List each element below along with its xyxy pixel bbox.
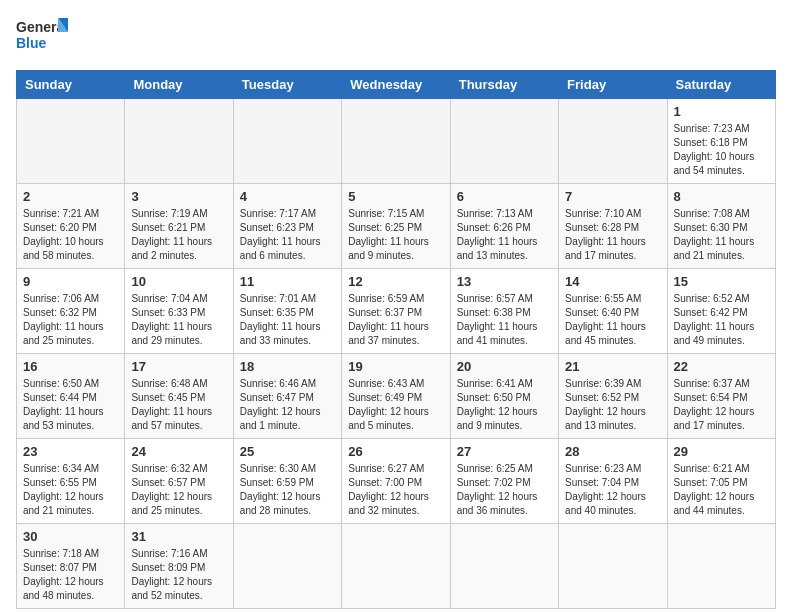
day-info: Sunrise: 7:23 AM Sunset: 6:18 PM Dayligh… <box>674 122 769 178</box>
calendar-cell: 24Sunrise: 6:32 AM Sunset: 6:57 PM Dayli… <box>125 439 233 524</box>
calendar-cell: 1Sunrise: 7:23 AM Sunset: 6:18 PM Daylig… <box>667 99 775 184</box>
day-info: Sunrise: 7:01 AM Sunset: 6:35 PM Dayligh… <box>240 292 335 348</box>
day-number: 23 <box>23 444 118 459</box>
day-number: 25 <box>240 444 335 459</box>
day-number: 5 <box>348 189 443 204</box>
day-info: Sunrise: 6:50 AM Sunset: 6:44 PM Dayligh… <box>23 377 118 433</box>
week-row-3: 9Sunrise: 7:06 AM Sunset: 6:32 PM Daylig… <box>17 269 776 354</box>
day-number: 31 <box>131 529 226 544</box>
day-info: Sunrise: 7:15 AM Sunset: 6:25 PM Dayligh… <box>348 207 443 263</box>
day-number: 9 <box>23 274 118 289</box>
day-number: 13 <box>457 274 552 289</box>
week-row-5: 23Sunrise: 6:34 AM Sunset: 6:55 PM Dayli… <box>17 439 776 524</box>
calendar-cell <box>342 99 450 184</box>
day-number: 3 <box>131 189 226 204</box>
day-number: 8 <box>674 189 769 204</box>
day-number: 26 <box>348 444 443 459</box>
day-number: 14 <box>565 274 660 289</box>
calendar-cell <box>450 524 558 609</box>
header-day-thursday: Thursday <box>450 71 558 99</box>
calendar-cell <box>342 524 450 609</box>
calendar-cell <box>125 99 233 184</box>
calendar-cell: 27Sunrise: 6:25 AM Sunset: 7:02 PM Dayli… <box>450 439 558 524</box>
day-info: Sunrise: 7:19 AM Sunset: 6:21 PM Dayligh… <box>131 207 226 263</box>
day-number: 20 <box>457 359 552 374</box>
calendar-cell: 9Sunrise: 7:06 AM Sunset: 6:32 PM Daylig… <box>17 269 125 354</box>
day-info: Sunrise: 6:57 AM Sunset: 6:38 PM Dayligh… <box>457 292 552 348</box>
day-info: Sunrise: 7:21 AM Sunset: 6:20 PM Dayligh… <box>23 207 118 263</box>
svg-text:Blue: Blue <box>16 35 47 51</box>
calendar-cell: 23Sunrise: 6:34 AM Sunset: 6:55 PM Dayli… <box>17 439 125 524</box>
calendar-cell <box>559 99 667 184</box>
calendar-cell: 14Sunrise: 6:55 AM Sunset: 6:40 PM Dayli… <box>559 269 667 354</box>
header: GeneralBlue <box>16 16 776 58</box>
day-number: 22 <box>674 359 769 374</box>
calendar-cell: 15Sunrise: 6:52 AM Sunset: 6:42 PM Dayli… <box>667 269 775 354</box>
day-number: 4 <box>240 189 335 204</box>
day-number: 19 <box>348 359 443 374</box>
header-day-monday: Monday <box>125 71 233 99</box>
day-info: Sunrise: 6:52 AM Sunset: 6:42 PM Dayligh… <box>674 292 769 348</box>
day-info: Sunrise: 7:04 AM Sunset: 6:33 PM Dayligh… <box>131 292 226 348</box>
day-number: 1 <box>674 104 769 119</box>
day-number: 18 <box>240 359 335 374</box>
header-day-tuesday: Tuesday <box>233 71 341 99</box>
week-row-6: 30Sunrise: 7:18 AM Sunset: 8:07 PM Dayli… <box>17 524 776 609</box>
calendar-body: 1Sunrise: 7:23 AM Sunset: 6:18 PM Daylig… <box>17 99 776 609</box>
header-day-wednesday: Wednesday <box>342 71 450 99</box>
calendar-cell: 7Sunrise: 7:10 AM Sunset: 6:28 PM Daylig… <box>559 184 667 269</box>
calendar-cell: 13Sunrise: 6:57 AM Sunset: 6:38 PM Dayli… <box>450 269 558 354</box>
calendar-cell: 20Sunrise: 6:41 AM Sunset: 6:50 PM Dayli… <box>450 354 558 439</box>
day-info: Sunrise: 6:43 AM Sunset: 6:49 PM Dayligh… <box>348 377 443 433</box>
calendar-cell: 6Sunrise: 7:13 AM Sunset: 6:26 PM Daylig… <box>450 184 558 269</box>
day-number: 27 <box>457 444 552 459</box>
calendar-cell: 5Sunrise: 7:15 AM Sunset: 6:25 PM Daylig… <box>342 184 450 269</box>
calendar-cell: 21Sunrise: 6:39 AM Sunset: 6:52 PM Dayli… <box>559 354 667 439</box>
day-number: 15 <box>674 274 769 289</box>
day-info: Sunrise: 6:41 AM Sunset: 6:50 PM Dayligh… <box>457 377 552 433</box>
calendar-cell: 3Sunrise: 7:19 AM Sunset: 6:21 PM Daylig… <box>125 184 233 269</box>
logo-svg: GeneralBlue <box>16 16 68 58</box>
calendar-cell <box>233 524 341 609</box>
calendar-header: SundayMondayTuesdayWednesdayThursdayFrid… <box>17 71 776 99</box>
day-number: 16 <box>23 359 118 374</box>
day-info: Sunrise: 7:17 AM Sunset: 6:23 PM Dayligh… <box>240 207 335 263</box>
day-info: Sunrise: 6:34 AM Sunset: 6:55 PM Dayligh… <box>23 462 118 518</box>
calendar-cell <box>450 99 558 184</box>
day-number: 17 <box>131 359 226 374</box>
day-number: 21 <box>565 359 660 374</box>
calendar-cell: 2Sunrise: 7:21 AM Sunset: 6:20 PM Daylig… <box>17 184 125 269</box>
calendar-cell <box>17 99 125 184</box>
day-number: 30 <box>23 529 118 544</box>
calendar-cell: 25Sunrise: 6:30 AM Sunset: 6:59 PM Dayli… <box>233 439 341 524</box>
week-row-2: 2Sunrise: 7:21 AM Sunset: 6:20 PM Daylig… <box>17 184 776 269</box>
day-number: 7 <box>565 189 660 204</box>
day-info: Sunrise: 6:21 AM Sunset: 7:05 PM Dayligh… <box>674 462 769 518</box>
calendar-cell: 18Sunrise: 6:46 AM Sunset: 6:47 PM Dayli… <box>233 354 341 439</box>
day-info: Sunrise: 6:30 AM Sunset: 6:59 PM Dayligh… <box>240 462 335 518</box>
day-info: Sunrise: 7:18 AM Sunset: 8:07 PM Dayligh… <box>23 547 118 603</box>
calendar-cell: 19Sunrise: 6:43 AM Sunset: 6:49 PM Dayli… <box>342 354 450 439</box>
day-info: Sunrise: 7:16 AM Sunset: 8:09 PM Dayligh… <box>131 547 226 603</box>
day-number: 12 <box>348 274 443 289</box>
calendar-cell: 17Sunrise: 6:48 AM Sunset: 6:45 PM Dayli… <box>125 354 233 439</box>
day-number: 2 <box>23 189 118 204</box>
calendar-table: SundayMondayTuesdayWednesdayThursdayFrid… <box>16 70 776 609</box>
calendar-cell: 30Sunrise: 7:18 AM Sunset: 8:07 PM Dayli… <box>17 524 125 609</box>
header-day-sunday: Sunday <box>17 71 125 99</box>
calendar-cell: 10Sunrise: 7:04 AM Sunset: 6:33 PM Dayli… <box>125 269 233 354</box>
day-number: 28 <box>565 444 660 459</box>
calendar-cell: 11Sunrise: 7:01 AM Sunset: 6:35 PM Dayli… <box>233 269 341 354</box>
calendar-cell <box>559 524 667 609</box>
header-day-friday: Friday <box>559 71 667 99</box>
day-info: Sunrise: 7:06 AM Sunset: 6:32 PM Dayligh… <box>23 292 118 348</box>
header-day-saturday: Saturday <box>667 71 775 99</box>
day-number: 6 <box>457 189 552 204</box>
header-row: SundayMondayTuesdayWednesdayThursdayFrid… <box>17 71 776 99</box>
calendar-cell: 26Sunrise: 6:27 AM Sunset: 7:00 PM Dayli… <box>342 439 450 524</box>
day-info: Sunrise: 6:59 AM Sunset: 6:37 PM Dayligh… <box>348 292 443 348</box>
calendar-cell: 22Sunrise: 6:37 AM Sunset: 6:54 PM Dayli… <box>667 354 775 439</box>
calendar-cell: 31Sunrise: 7:16 AM Sunset: 8:09 PM Dayli… <box>125 524 233 609</box>
calendar-cell: 16Sunrise: 6:50 AM Sunset: 6:44 PM Dayli… <box>17 354 125 439</box>
day-number: 24 <box>131 444 226 459</box>
